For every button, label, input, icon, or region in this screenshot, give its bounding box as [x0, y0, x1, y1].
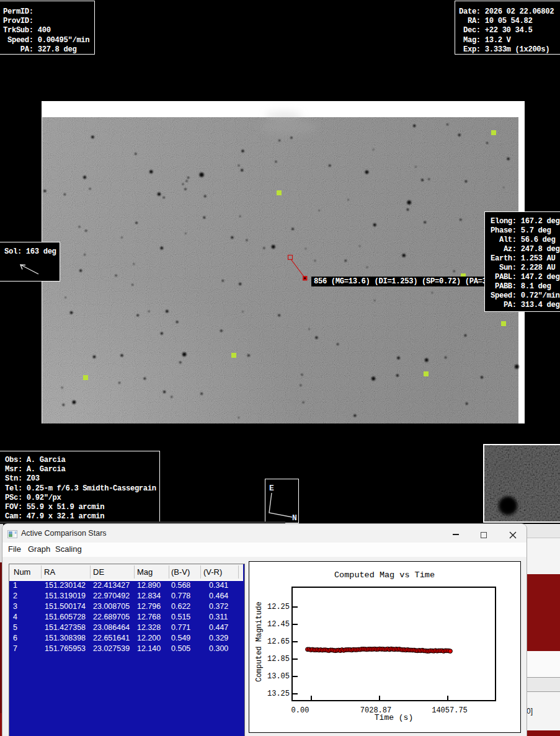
svg-text:E: E [269, 484, 274, 493]
svg-text:N: N [292, 513, 297, 523]
